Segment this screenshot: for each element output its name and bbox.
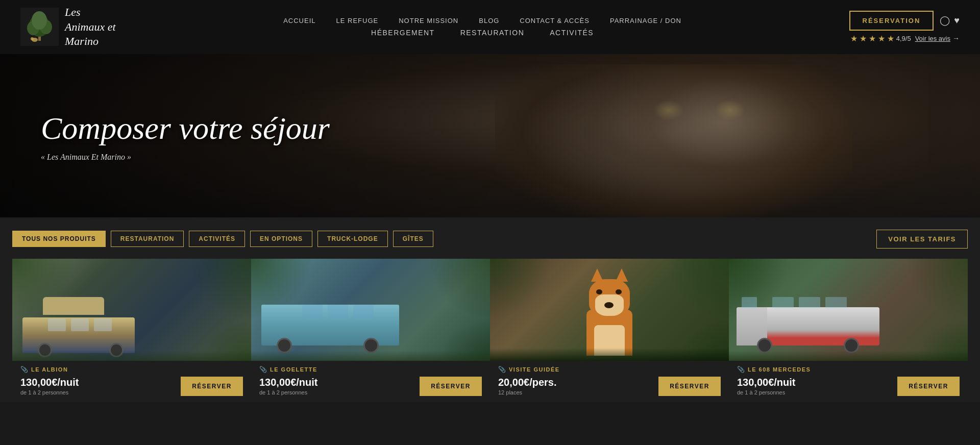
tag-icon-albion: 📎 xyxy=(20,366,28,374)
filter-gites[interactable]: GÎTES xyxy=(393,231,433,247)
star-2: ★ xyxy=(860,34,867,43)
svg-point-5 xyxy=(32,11,47,30)
arrow-icon: → xyxy=(952,34,960,42)
card-image-visite xyxy=(490,259,729,361)
reservation-button[interactable]: RÉSERVATION xyxy=(849,11,934,31)
reserver-goelette[interactable]: RÉSERVER xyxy=(420,377,482,396)
nav-contact-acces[interactable]: CONTACT & ACCÈS xyxy=(520,17,590,24)
filter-restauration[interactable]: RESTAURATION xyxy=(111,231,184,247)
header-icons: ◯ ♥ xyxy=(940,15,960,26)
price-visite: 20,00€/pers. xyxy=(498,377,658,388)
persons-visite: 12 places xyxy=(498,389,658,395)
nav-restauration[interactable]: RESTAURATION xyxy=(460,29,525,37)
logo-text: Les Animaux et Marino xyxy=(65,5,116,49)
products-section: TOUS NOS PRODUITS RESTAURATION ACTIVITÉS… xyxy=(0,217,980,402)
tag-label-visite: Visite Guidée xyxy=(509,366,560,373)
user-icon[interactable]: ◯ xyxy=(940,15,950,26)
nav-blog[interactable]: BLOG xyxy=(479,17,499,24)
star-4: ★ xyxy=(878,34,885,43)
filter-tags: TOUS NOS PRODUITS RESTAURATION ACTIVITÉS… xyxy=(12,231,433,247)
price-info-goelette: 130,00€/nuit de 1 à 2 personnes xyxy=(259,377,420,395)
product-card-albion[interactable]: 📎 Le Albion 130,00€/nuit de 1 à 2 person… xyxy=(12,259,251,402)
site-header: Les Animaux et Marino ACCUEIL LE REFUGE … xyxy=(0,0,980,54)
star-1: ★ xyxy=(850,34,857,43)
star-5: ★ xyxy=(887,34,894,43)
svg-point-7 xyxy=(31,37,34,40)
ratings-row: ★ ★ ★ ★ ★ 4,9/5 Voir les avis → xyxy=(850,34,960,43)
nav-notre-mission[interactable]: NOTRE MISSION xyxy=(399,17,458,24)
nav-accueil[interactable]: ACCUEIL xyxy=(283,17,315,24)
nav-le-refuge[interactable]: LE REFUGE xyxy=(336,17,379,24)
persons-mercedes: de 1 à 2 personnes xyxy=(737,389,897,395)
rating-value: 4,9/5 xyxy=(896,35,911,42)
filter-activites[interactable]: ACTIVITÉS xyxy=(189,231,245,247)
card-info-goelette: 📎 Le Goelette 130,00€/nuit de 1 à 2 pers… xyxy=(251,361,490,402)
price-info-visite: 20,00€/pers. 12 places xyxy=(498,377,658,395)
product-card-visite[interactable]: 📎 Visite Guidée 20,00€/pers. 12 places R… xyxy=(490,259,729,402)
tag-label-albion: Le Albion xyxy=(31,366,68,373)
voir-tarifs-button[interactable]: VOIR LES TARIFS xyxy=(876,230,968,249)
filter-bar: TOUS NOS PRODUITS RESTAURATION ACTIVITÉS… xyxy=(12,230,968,249)
filter-tous-produits[interactable]: TOUS NOS PRODUITS xyxy=(12,231,106,247)
card-image-albion xyxy=(12,259,251,361)
reserver-mercedes[interactable]: RÉSERVER xyxy=(897,377,960,396)
card-info-visite: 📎 Visite Guidée 20,00€/pers. 12 places R… xyxy=(490,361,729,402)
hero-section: Composer votre séjour « Les Animaux Et M… xyxy=(0,54,980,217)
persons-albion: de 1 à 2 personnes xyxy=(20,389,181,395)
filter-truck-lodge[interactable]: TRUCK-LODGE xyxy=(317,231,388,247)
nav-bottom: HÉBERGEMENT RESTAURATION ACTIVITÉS xyxy=(371,29,594,37)
reserver-visite[interactable]: RÉSERVER xyxy=(658,377,721,396)
card-image-mercedes xyxy=(729,259,968,361)
header-right: RÉSERVATION ◯ ♥ ★ ★ ★ ★ ★ 4,9/5 Voir les… xyxy=(849,6,960,48)
price-goelette: 130,00€/nuit xyxy=(259,377,420,388)
nav-activites[interactable]: ACTIVITÉS xyxy=(550,29,594,37)
reserver-albion[interactable]: RÉSERVER xyxy=(181,377,243,396)
price-info-mercedes: 130,00€/nuit de 1 à 2 personnes xyxy=(737,377,897,395)
price-albion: 130,00€/nuit xyxy=(20,377,181,388)
tag-label-goelette: Le Goelette xyxy=(270,366,317,373)
price-info-albion: 130,00€/nuit de 1 à 2 personnes xyxy=(20,377,181,395)
voir-avis-link[interactable]: Voir les avis xyxy=(915,35,950,42)
card-info-albion: 📎 Le Albion 130,00€/nuit de 1 à 2 person… xyxy=(12,361,251,402)
nav-parrainage-don[interactable]: PARRAINAGE / DON xyxy=(610,17,681,24)
hero-subtitle: « Les Animaux Et Marino » xyxy=(41,152,330,161)
price-mercedes: 130,00€/nuit xyxy=(737,377,897,388)
logo[interactable]: Les Animaux et Marino xyxy=(20,0,116,54)
star-3: ★ xyxy=(869,34,876,43)
persons-goelette: de 1 à 2 personnes xyxy=(259,389,420,395)
heart-icon[interactable]: ♥ xyxy=(954,15,960,26)
tag-icon-mercedes: 📎 xyxy=(737,366,745,374)
nav-hebergement[interactable]: HÉBERGEMENT xyxy=(371,29,435,37)
card-info-mercedes: 📎 Le 608 Mercedes 130,00€/nuit de 1 à 2 … xyxy=(729,361,968,402)
hero-content: Composer votre séjour « Les Animaux Et M… xyxy=(41,110,330,161)
product-card-goelette[interactable]: 📎 Le Goelette 130,00€/nuit de 1 à 2 pers… xyxy=(251,259,490,402)
nav-top: ACCUEIL LE REFUGE NOTRE MISSION BLOG CON… xyxy=(283,17,681,24)
hero-title: Composer votre séjour xyxy=(41,110,330,146)
logo-icon xyxy=(20,8,59,46)
main-nav: ACCUEIL LE REFUGE NOTRE MISSION BLOG CON… xyxy=(116,13,849,41)
tag-label-mercedes: Le 608 Mercedes xyxy=(748,366,811,373)
card-image-goelette xyxy=(251,259,490,361)
tag-icon-visite: 📎 xyxy=(498,366,506,374)
filter-en-options[interactable]: EN OPTIONS xyxy=(250,231,312,247)
product-card-mercedes[interactable]: 📎 Le 608 Mercedes 130,00€/nuit de 1 à 2 … xyxy=(729,259,968,402)
products-grid: 📎 Le Albion 130,00€/nuit de 1 à 2 person… xyxy=(12,259,968,402)
tag-icon-goelette: 📎 xyxy=(259,366,267,374)
